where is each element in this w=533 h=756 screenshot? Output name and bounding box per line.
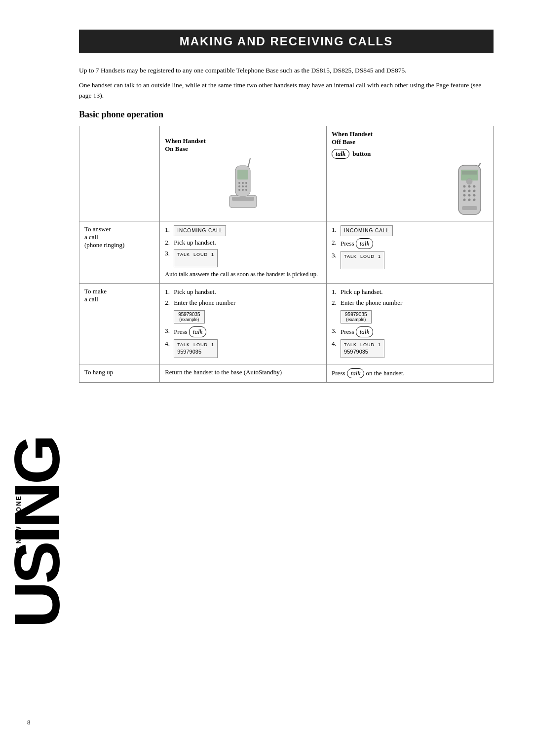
auto-talk-note: Auto talk answers the call as soon as th…	[165, 270, 321, 279]
svg-point-20	[463, 189, 466, 192]
talk-btn-make-on-base: talk	[189, 326, 207, 337]
make-call-off-base-example: 95979035(example)	[341, 309, 488, 324]
on-base-header-text: When HandsetOn Base	[165, 137, 321, 153]
svg-rect-16	[462, 171, 477, 175]
svg-point-8	[242, 185, 244, 187]
svg-point-4	[238, 182, 240, 184]
svg-point-19	[473, 185, 476, 187]
make-call-on-base-step4: 4. TALK LOUD 1 95979035	[165, 339, 321, 358]
make-call-label: To makea call	[79, 283, 160, 364]
svg-point-6	[245, 182, 247, 184]
phone-number-example-off-base: 95979035(example)	[341, 310, 372, 324]
svg-point-27	[468, 198, 471, 201]
answer-on-base-step1: 1. INCOMING CALL	[165, 225, 321, 236]
svg-point-12	[245, 189, 247, 191]
answer-off-base-step1: 1. INCOMING CALL	[332, 225, 488, 236]
off-base-header-text: When HandsetOff Base	[332, 130, 488, 146]
talk-loud-number-off-base: TALK LOUD 1 95979035	[341, 339, 384, 358]
phone-off-base-icon	[451, 163, 488, 217]
answer-off-base-step2: 2. Press talk	[332, 238, 488, 249]
svg-point-17	[463, 185, 466, 187]
talk-btn-hang-up: talk	[347, 368, 365, 378]
svg-line-13	[248, 158, 250, 167]
svg-point-5	[242, 182, 244, 184]
phone-on-base-icon	[225, 156, 262, 210]
intro-para-1: Up to 7 Handsets may be registered to an…	[79, 66, 494, 75]
make-call-off-base-step1: 1. Pick up handset.	[332, 288, 488, 296]
svg-point-18	[468, 185, 471, 187]
hang-up-off-base: Press talk on the handset.	[327, 364, 494, 382]
main-content: MAKING AND RECEIVING CALLS Up to 7 Hands…	[79, 30, 494, 383]
svg-point-21	[468, 189, 471, 192]
make-call-off-base: 1. Pick up handset. 2. Enter the phone n…	[327, 283, 494, 364]
hang-up-label: To hang up	[79, 364, 160, 382]
svg-line-30	[478, 163, 481, 167]
svg-point-7	[238, 185, 240, 187]
make-call-on-base: 1. Pick up handset. 2. Enter the phone n…	[160, 283, 327, 364]
svg-point-11	[242, 189, 244, 191]
section-heading-basic-phone: Basic phone operation	[79, 109, 494, 120]
button-text-header: button	[352, 150, 371, 158]
svg-point-26	[463, 198, 466, 201]
page: YOUR NEW PHONE USING 8 MAKING AND RECEIV…	[0, 0, 533, 756]
svg-point-29	[466, 179, 472, 184]
page-title: MAKING AND RECEIVING CALLS	[79, 30, 494, 53]
main-table: When HandsetOn Base	[79, 126, 494, 383]
svg-rect-1	[232, 197, 254, 201]
svg-point-28	[473, 198, 476, 201]
talk-button-label-header: talk	[332, 149, 349, 159]
table-header-row: When HandsetOn Base	[79, 126, 494, 221]
table-row-hang-up: To hang up Return the handset to the bas…	[79, 364, 494, 382]
talk-loud-display-off-base: TALK LOUD 1	[341, 251, 384, 269]
table-row-make-call: To makea call 1. Pick up handset. 2. Ent…	[79, 283, 494, 364]
make-call-on-base-step1: 1. Pick up handset.	[165, 288, 321, 296]
make-call-on-base-step2: 2. Enter the phone number	[165, 298, 321, 307]
sidebar-using-label: USING	[5, 437, 69, 628]
sidebar: YOUR NEW PHONE USING	[0, 0, 64, 756]
incoming-call-display-off-base: INCOMING CALL	[341, 225, 393, 236]
make-call-on-base-step3: 3. Press talk	[165, 326, 321, 337]
incoming-call-display-on-base: INCOMING CALL	[174, 225, 226, 236]
make-call-off-base-step3: 3. Press talk	[332, 326, 488, 337]
svg-point-25	[473, 194, 476, 196]
make-call-off-base-step2: 2. Enter the phone number	[332, 298, 488, 307]
col-off-base-header: When HandsetOff Base talk button	[327, 126, 494, 221]
talk-btn-answer-off-base: talk	[356, 238, 374, 249]
talk-btn-make-off-base: talk	[356, 326, 374, 337]
svg-point-9	[245, 185, 247, 187]
make-call-on-base-example: 95979035(example)	[174, 309, 321, 324]
answer-off-base-step3: 3. TALK LOUD 1	[332, 251, 488, 269]
make-call-off-base-step4: 4. TALK LOUD 1 95979035	[332, 339, 488, 358]
svg-point-24	[468, 194, 471, 196]
svg-point-10	[238, 189, 240, 191]
page-number: 8	[27, 719, 31, 726]
phone-number-example-on-base: 95979035(example)	[174, 310, 205, 324]
svg-rect-3	[237, 170, 248, 180]
answer-label: To answera call(phone ringing)	[79, 221, 160, 283]
svg-point-23	[463, 194, 466, 196]
answer-on-base: 1. INCOMING CALL 2. Pick up handset. 3.	[160, 221, 327, 283]
intro-para-2: One handset can talk to an outside line,…	[79, 80, 494, 101]
talk-loud-display-on-base: TALK LOUD 1	[174, 249, 218, 267]
hang-up-on-base: Return the handset to the base (AutoStan…	[160, 364, 327, 382]
svg-point-22	[473, 189, 476, 192]
table-row-answer: To answera call(phone ringing) 1. INCOMI…	[79, 221, 494, 283]
col-on-base-header: When HandsetOn Base	[160, 126, 327, 221]
svg-rect-31	[462, 206, 477, 210]
answer-off-base: 1. INCOMING CALL 2. Press talk 3.	[327, 221, 494, 283]
col-label-header	[79, 126, 160, 221]
talk-loud-number-on-base: TALK LOUD 1 95979035	[174, 339, 218, 358]
answer-on-base-step2: 2. Pick up handset.	[165, 238, 321, 247]
answer-on-base-step3: 3. TALK LOUD 1	[165, 249, 321, 267]
